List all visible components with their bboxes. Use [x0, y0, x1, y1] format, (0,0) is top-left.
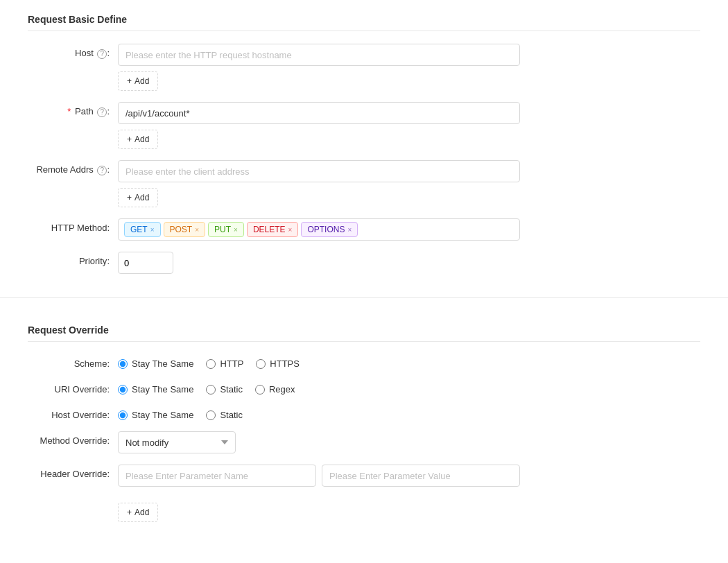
uri-radio-stay[interactable]: Stay The Same — [118, 384, 193, 395]
priority-input[interactable] — [118, 252, 173, 274]
host-row: Host ?: + Add — [28, 44, 700, 91]
header-override-row: Header Override: + Add — [28, 465, 700, 522]
scheme-radio-http-input[interactable] — [206, 359, 216, 369]
tag-options[interactable]: OPTIONS × — [301, 222, 358, 237]
priority-row: Priority: — [28, 252, 700, 274]
uri-stay-label: Stay The Same — [132, 384, 193, 395]
basic-define-section: Request Basic Define Host ?: + Add * Pat… — [0, 0, 728, 292]
header-override-label: Header Override: — [28, 465, 118, 479]
host-input[interactable] — [118, 44, 520, 66]
scheme-https-label: HTTPS — [270, 358, 300, 369]
path-add-label: Add — [135, 135, 149, 144]
uri-radio-static[interactable]: Static — [206, 384, 243, 395]
remote-addrs-help-icon[interactable]: ? — [97, 166, 107, 175]
scheme-stay-label: Stay The Same — [132, 358, 193, 369]
scheme-radio-https-input[interactable] — [256, 359, 266, 369]
method-override-row: Method Override: Not modify GET POST PUT… — [28, 431, 700, 453]
http-method-tags[interactable]: GET × POST × PUT × DELETE × OPTIONS × — [118, 218, 520, 241]
basic-define-title: Request Basic Define — [28, 14, 700, 31]
tag-post-close[interactable]: × — [195, 226, 199, 234]
priority-label: Priority: — [28, 252, 118, 266]
scheme-radio-https[interactable]: HTTPS — [256, 358, 300, 369]
scheme-row: Scheme: Stay The Same HTTP HTTPS — [28, 354, 700, 369]
scheme-http-label: HTTP — [220, 358, 243, 369]
path-row: * Path ?: + Add — [28, 102, 700, 149]
uri-radio-stay-input[interactable] — [118, 385, 128, 395]
host-add-plus-icon: + — [127, 76, 132, 86]
tag-get-close[interactable]: × — [150, 226, 155, 234]
remote-addrs-input[interactable] — [118, 160, 520, 182]
header-name-input[interactable] — [118, 465, 316, 487]
uri-override-content: Stay The Same Static Regex — [118, 380, 520, 395]
method-override-select[interactable]: Not modify GET POST PUT DELETE — [118, 431, 236, 453]
tag-post[interactable]: POST × — [164, 222, 206, 237]
remote-addrs-label: Remote Addrs ?: — [28, 160, 118, 175]
host-content: + Add — [118, 44, 520, 91]
tag-delete-close[interactable]: × — [288, 226, 293, 234]
header-value-input[interactable] — [322, 465, 520, 487]
header-override-inputs — [118, 465, 520, 487]
scheme-radio-http[interactable]: HTTP — [206, 358, 243, 369]
scheme-label: Scheme: — [28, 354, 118, 369]
host-stay-label: Stay The Same — [132, 410, 193, 420]
uri-radio-static-input[interactable] — [206, 385, 216, 395]
scheme-content: Stay The Same HTTP HTTPS — [118, 354, 520, 369]
uri-regex-label: Regex — [269, 384, 295, 395]
host-override-radio-group: Stay The Same Static — [118, 406, 520, 420]
host-radio-stay[interactable]: Stay The Same — [118, 410, 193, 420]
host-static-label: Static — [220, 410, 243, 420]
method-override-label: Method Override: — [28, 431, 118, 446]
uri-override-label: URI Override: — [28, 380, 118, 395]
tag-options-close[interactable]: × — [347, 226, 352, 234]
header-override-add-button[interactable]: + Add — [118, 503, 158, 522]
header-override-content: + Add — [118, 465, 520, 522]
http-method-row: HTTP Method: GET × POST × PUT × DELETE ×… — [28, 218, 700, 241]
priority-content — [118, 252, 520, 274]
uri-static-label: Static — [220, 384, 243, 395]
path-content: + Add — [118, 102, 520, 149]
header-add-plus-icon: + — [127, 508, 132, 517]
scheme-radio-group: Stay The Same HTTP HTTPS — [118, 354, 520, 369]
tag-put-close[interactable]: × — [234, 226, 238, 234]
remote-addrs-content: + Add — [118, 160, 520, 207]
scheme-radio-stay[interactable]: Stay The Same — [118, 358, 193, 369]
remote-addrs-add-button[interactable]: + Add — [118, 188, 158, 207]
tag-get[interactable]: GET × — [124, 222, 161, 237]
tag-put[interactable]: PUT × — [208, 222, 244, 237]
uri-radio-regex[interactable]: Regex — [255, 384, 295, 395]
path-add-plus-icon: + — [127, 135, 132, 144]
host-add-button[interactable]: + Add — [118, 71, 158, 91]
host-label: Host ?: — [28, 44, 118, 59]
tag-delete[interactable]: DELETE × — [247, 222, 299, 237]
remote-addrs-add-label: Add — [135, 193, 149, 202]
host-override-content: Stay The Same Static — [118, 406, 520, 420]
http-method-content: GET × POST × PUT × DELETE × OPTIONS × — [118, 218, 520, 241]
host-radio-stay-input[interactable] — [118, 410, 128, 420]
host-help-icon[interactable]: ? — [97, 49, 107, 59]
host-add-label: Add — [135, 76, 149, 86]
path-input[interactable] — [118, 102, 520, 124]
scheme-radio-stay-input[interactable] — [118, 359, 128, 369]
uri-override-radio-group: Stay The Same Static Regex — [118, 380, 520, 395]
remote-addrs-plus-icon: + — [127, 193, 132, 202]
override-title: Request Override — [28, 324, 700, 342]
remote-addrs-row: Remote Addrs ?: + Add — [28, 160, 700, 207]
http-method-label: HTTP Method: — [28, 218, 118, 233]
override-section: Request Override Scheme: Stay The Same H… — [0, 311, 728, 540]
uri-radio-regex-input[interactable] — [255, 385, 265, 395]
method-override-content: Not modify GET POST PUT DELETE — [118, 431, 520, 453]
host-radio-static[interactable]: Static — [206, 410, 243, 420]
host-override-row: Host Override: Stay The Same Static — [28, 406, 700, 420]
path-label: * Path ?: — [28, 102, 118, 117]
host-radio-static-input[interactable] — [206, 410, 216, 420]
path-add-button[interactable]: + Add — [118, 130, 158, 149]
uri-override-row: URI Override: Stay The Same Static Regex — [28, 380, 700, 395]
host-override-label: Host Override: — [28, 406, 118, 420]
path-help-icon[interactable]: ? — [97, 107, 107, 117]
section-divider — [0, 297, 728, 298]
header-add-label: Add — [135, 508, 149, 517]
